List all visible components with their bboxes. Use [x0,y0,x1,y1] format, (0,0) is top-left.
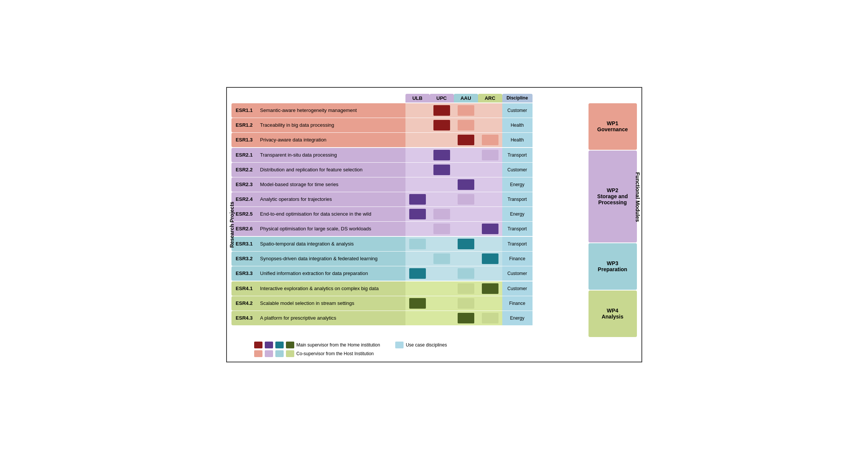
cell-upc [430,192,454,207]
legend-text-main: Main supervisor from the Home institutio… [297,342,380,348]
wp4-block: WP4Analysis [589,291,637,337]
legend-text-uc: Use case disciplines [406,342,447,348]
cell-upc [430,222,454,236]
table-row: ESR1.1 Semantic-aware heterogeneity mana… [231,103,587,118]
discipline-label: Customer [502,281,533,296]
legend-text-co: Co-supervisor from the Host Institution [297,351,374,356]
cell-aau [454,222,478,236]
esr-id: ESR4.2 [231,296,257,311]
table-row: ESR1.2 Traceability in big data processi… [231,118,587,132]
cell-aau [454,252,478,266]
esr-title: Scalable model selection in stream setti… [257,296,405,311]
legend-swatch-light-purple [265,350,273,357]
cell-aau [454,163,478,177]
esr-title: Unified information extraction for data … [257,266,405,281]
cell-arc [478,296,502,311]
cell-aau [454,266,478,281]
cell-upc [430,207,454,221]
esr-title: Physical optimisation for large scale, D… [257,222,405,236]
main-container: Research Projects Functional Modules ULB… [226,87,642,362]
cell-ulb [405,133,430,147]
cell-aau [454,133,478,147]
esr-title: A platform for prescriptive analytics [257,311,405,325]
legend-swatch-olive [286,342,294,348]
discipline-label: Transport [502,222,533,236]
esr-title: Analytic operators for trajectories [257,192,405,207]
cell-arc [478,281,502,296]
esr-title: Privacy-aware data integration [257,133,405,147]
legend-swatch-light-olive [286,350,294,357]
esr-id: ESR2.4 [231,192,257,207]
cell-ulb [405,237,430,251]
legend: Main supervisor from the Home institutio… [231,342,637,357]
discipline-label: Health [502,118,533,132]
cell-ulb [405,118,430,132]
cell-aau [454,177,478,192]
cell-aau [454,103,478,118]
discipline-label: Transport [502,192,533,207]
cell-ulb [405,222,430,236]
cell-arc [478,237,502,251]
discipline-label: Transport [502,237,533,251]
cell-upc [430,103,454,118]
esr-id: ESR2.3 [231,177,257,192]
cell-aau [454,207,478,221]
legend-col1: Main supervisor from the Home institutio… [254,342,380,357]
table-row: ESR1.3 Privacy-aware data integration He… [231,133,587,147]
esr-id: ESR1.2 [231,118,257,132]
esr-id: ESR4.3 [231,311,257,325]
esr-id: ESR2.6 [231,222,257,236]
esr-id: ESR2.5 [231,207,257,221]
table-row: ESR2.1 Transparent in-situ data processi… [231,148,587,162]
esr-table: ESR1.1 Semantic-aware heterogeneity mana… [231,103,587,337]
cell-ulb [405,266,430,281]
cell-upc [430,281,454,296]
cell-upc [430,252,454,266]
discipline-label: Transport [502,148,533,162]
main-grid: ULB UPC AAU ARC Discipline ESR1.1 Semant… [231,94,637,357]
esr-title: Interactive exploration & analytics on c… [257,281,405,296]
legend-swatch-light-teal [275,350,284,357]
cell-arc [478,118,502,132]
left-axis-label: Research Projects [229,201,235,247]
wp3-block: WP3Preparation [589,243,637,290]
wp4-rows: ESR4.1 Interactive exploration & analyti… [231,281,587,325]
cell-ulb [405,252,430,266]
header-arc: ARC [478,94,502,103]
table-row: ESR4.3 A platform for prescriptive analy… [231,311,587,325]
right-axis-label: Functional Modules [635,172,641,222]
cell-ulb [405,207,430,221]
cell-arc [478,192,502,207]
legend-col2: Use case disciplines [395,342,447,357]
cell-ulb [405,281,430,296]
legend-swatch-purple [265,342,273,348]
table-row: ESR2.6 Physical optimisation for large s… [231,222,587,236]
header-upc: UPC [430,94,454,103]
esr-title: End-to-end optimisation for data science… [257,207,405,221]
cell-aau [454,148,478,162]
legend-swatch-teal [275,342,284,348]
legend-swatch-red [254,342,262,348]
table-row: ESR4.2 Scalable model selection in strea… [231,296,587,311]
cell-upc [430,118,454,132]
legend-swatch-light-red [254,350,262,357]
esr-id: ESR3.3 [231,266,257,281]
table-row: ESR3.2 Synopses-driven data integration … [231,252,587,266]
cell-arc [478,311,502,325]
wp2-block: WP2Storage andProcessing [589,151,637,242]
wp-blocks: WP1Governance WP2Storage andProcessing W… [588,103,637,337]
cell-arc [478,163,502,177]
table-row: ESR2.5 End-to-end optimisation for data … [231,207,587,221]
cell-arc [478,148,502,162]
discipline-label: Customer [502,266,533,281]
cell-aau [454,118,478,132]
cell-ulb [405,103,430,118]
table-row: ESR3.1 Spatio-temporal data integration … [231,237,587,251]
cell-upc [430,266,454,281]
cell-aau [454,281,478,296]
cell-arc [478,103,502,118]
cell-aau [454,296,478,311]
cell-aau [454,192,478,207]
discipline-label: Energy [502,311,533,325]
esr-id: ESR3.2 [231,252,257,266]
